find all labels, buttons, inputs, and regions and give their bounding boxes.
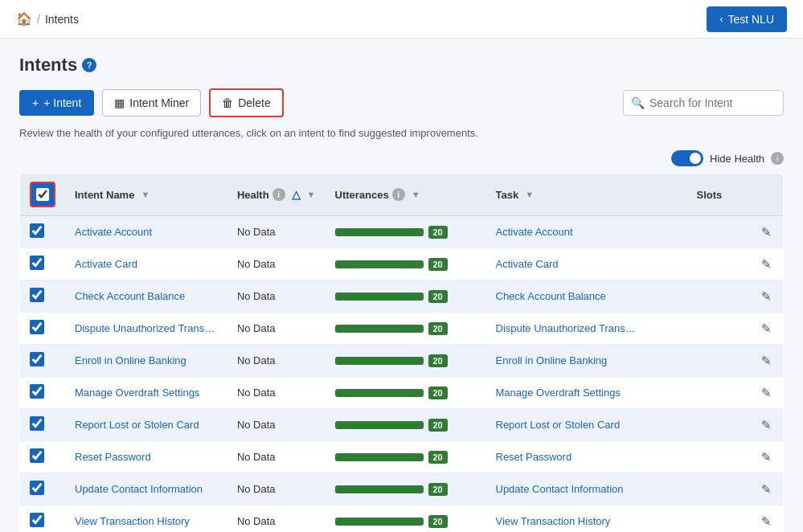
edit-icon[interactable]: ✎ [761, 514, 772, 528]
table-body: Activate Account No Data 20 Activate Acc… [20, 216, 784, 533]
row-task: Activate Account [486, 216, 687, 248]
row-task: Manage Overdraft Settings [486, 377, 687, 409]
row-checkbox-cell [20, 216, 66, 248]
utterance-count: 20 [428, 419, 448, 432]
intent-miner-button[interactable]: ▦ Intent Miner [102, 89, 201, 117]
table-row: Activate Card No Data 20 Activate Card ✎ [20, 248, 784, 280]
table-controls: Hide Health i [19, 150, 784, 166]
health-value: No Data [237, 419, 276, 431]
edit-icon[interactable]: ✎ [761, 225, 772, 239]
row-slots [687, 345, 752, 377]
task-link[interactable]: View Transaction History [496, 515, 611, 527]
page-title-area: Intents ? [19, 55, 784, 76]
trash-icon: 🗑 [222, 96, 233, 109]
row-checkbox-cell [20, 441, 66, 473]
row-slots [687, 313, 752, 345]
row-checkbox[interactable] [30, 256, 44, 270]
utterance-bar-wrap: 20 [335, 226, 477, 239]
row-task: Check Account Balance [486, 280, 687, 313]
intent-name-link[interactable]: Update Contact Information [75, 483, 203, 495]
task-link[interactable]: Check Account Balance [496, 290, 606, 302]
row-slots [687, 409, 752, 441]
row-checkbox[interactable] [30, 223, 44, 238]
row-health: No Data [227, 473, 326, 505]
utterance-bar [335, 389, 424, 397]
row-utterances: 20 [326, 505, 486, 533]
edit-icon[interactable]: ✎ [761, 450, 772, 464]
edit-icon[interactable]: ✎ [761, 354, 772, 367]
task-link[interactable]: Dispute Unauthorized Trans… [496, 322, 636, 334]
table-row: Reset Password No Data 20 Reset Password… [20, 441, 784, 473]
row-checkbox[interactable] [30, 320, 44, 334]
intent-name-link[interactable]: Manage Overdraft Settings [75, 387, 199, 399]
chevron-left-icon: ‹ [719, 14, 723, 25]
task-link[interactable]: Activate Account [496, 226, 573, 238]
row-edit: ✎ [752, 280, 784, 313]
test-nlu-button[interactable]: ‹ Test NLU [707, 6, 787, 32]
row-checkbox[interactable] [30, 448, 44, 463]
task-link[interactable]: Activate Card [496, 258, 559, 270]
intent-name-link[interactable]: Activate Account [75, 226, 152, 238]
utterance-count: 20 [428, 226, 448, 239]
task-link[interactable]: Report Lost or Stolen Card [496, 419, 621, 431]
utterance-bar-wrap: 20 [335, 483, 477, 496]
edit-icon[interactable]: ✎ [761, 321, 772, 335]
task-sort-icon[interactable]: ▼ [525, 190, 534, 199]
health-info-icon[interactable]: i [272, 188, 285, 201]
task-link[interactable]: Manage Overdraft Settings [496, 387, 621, 399]
row-task: Update Contact Information [486, 473, 687, 505]
select-all-checkbox[interactable] [36, 188, 49, 201]
intent-name-link[interactable]: Activate Card [75, 258, 137, 270]
table-row: Manage Overdraft Settings No Data 20 Man… [20, 377, 784, 409]
row-task: Dispute Unauthorized Trans… [486, 313, 687, 345]
health-value: No Data [237, 451, 276, 463]
utterance-count: 20 [428, 290, 448, 303]
col-intent-name: Intent Name ▼ [65, 174, 227, 216]
edit-icon[interactable]: ✎ [761, 289, 772, 303]
task-link[interactable]: Reset Password [496, 451, 572, 463]
add-intent-button[interactable]: + + Intent [19, 90, 94, 116]
row-checkbox[interactable] [30, 416, 44, 431]
intent-name-link[interactable]: View Transaction History [75, 515, 190, 527]
row-intent-name: View Transaction History [65, 505, 227, 533]
select-all-checkbox-wrap[interactable] [30, 182, 55, 207]
row-intent-name: Activate Account [65, 216, 227, 248]
task-link[interactable]: Update Contact Information [496, 483, 624, 495]
hide-health-info-icon[interactable]: i [771, 152, 784, 165]
row-checkbox[interactable] [30, 384, 44, 399]
intent-name-link[interactable]: Check Account Balance [75, 290, 185, 302]
utterances-info-icon[interactable]: i [392, 188, 405, 201]
hide-health-toggle[interactable] [671, 150, 703, 166]
row-checkbox-cell [20, 313, 66, 345]
row-intent-name: Reset Password [65, 441, 227, 473]
health-value: No Data [237, 226, 276, 238]
row-checkbox[interactable] [30, 352, 44, 366]
row-slots [687, 280, 752, 313]
task-link[interactable]: Enroll in Online Banking [496, 354, 608, 366]
health-filter-icon[interactable]: △ [292, 188, 301, 201]
intent-name-link[interactable]: Enroll in Online Banking [75, 354, 186, 366]
row-edit: ✎ [752, 216, 784, 248]
home-icon[interactable]: 🏠 [16, 11, 32, 27]
row-checkbox[interactable] [30, 288, 44, 302]
intent-name-link[interactable]: Dispute Unauthorized Trans… [75, 322, 215, 334]
row-utterances: 20 [326, 473, 486, 505]
edit-icon[interactable]: ✎ [761, 482, 772, 496]
row-checkbox[interactable] [30, 481, 44, 495]
edit-icon[interactable]: ✎ [761, 386, 772, 399]
edit-icon[interactable]: ✎ [761, 418, 772, 432]
intent-name-link[interactable]: Reset Password [75, 451, 151, 463]
utterance-bar-wrap: 20 [335, 419, 477, 432]
intent-name-sort-icon[interactable]: ▼ [141, 190, 150, 199]
row-checkbox[interactable] [30, 513, 44, 527]
intent-name-link[interactable]: Report Lost or Stolen Card [75, 419, 199, 431]
table-row: Dispute Unauthorized Trans… No Data 20 D… [20, 313, 784, 345]
health-sort-icon[interactable]: ▼ [307, 190, 316, 199]
delete-button[interactable]: 🗑 Delete [209, 88, 283, 117]
col-slots: Slots [687, 174, 752, 216]
search-input[interactable] [623, 90, 784, 116]
edit-icon[interactable]: ✎ [761, 257, 772, 271]
help-icon[interactable]: ? [82, 58, 96, 72]
utterances-sort-icon[interactable]: ▼ [412, 190, 420, 199]
health-value: No Data [237, 483, 276, 495]
